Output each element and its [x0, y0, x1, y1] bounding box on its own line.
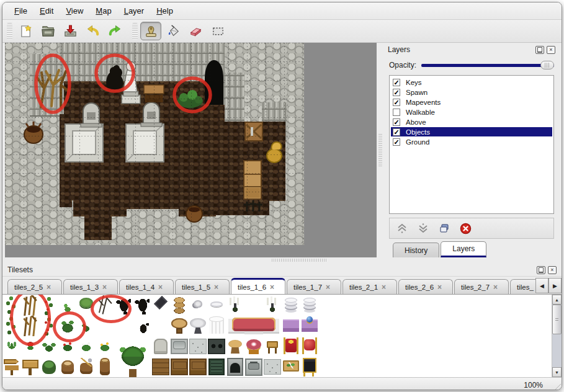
checkbox-checked-icon[interactable]: ✓ — [393, 118, 400, 126]
tile-purple-table-orb[interactable] — [300, 316, 319, 336]
tile-moss[interactable] — [77, 295, 96, 316]
tile-locker-green[interactable] — [207, 357, 226, 377]
tile-vine-red[interactable] — [40, 295, 58, 316]
tile-plates[interactable] — [300, 295, 319, 316]
tile-thorn[interactable] — [96, 295, 114, 316]
tile-sink[interactable] — [170, 336, 189, 357]
layer-row-ground[interactable]: ✓Ground — [391, 137, 552, 146]
tile-sprout[interactable] — [58, 295, 77, 316]
tileset-tab-tiles_1_3[interactable]: tiles_1_3× — [63, 279, 118, 294]
horizontal-splitter[interactable] — [2, 257, 562, 264]
layer-row-spawn[interactable]: ✓Spawn — [391, 87, 552, 97]
menu-help[interactable]: Help — [151, 4, 179, 17]
menu-edit[interactable]: Edit — [34, 4, 59, 17]
tile-bush-red[interactable] — [58, 336, 77, 357]
tile-counter-speckle[interactable] — [263, 357, 282, 377]
tile-stove-top[interactable] — [207, 336, 226, 357]
tile-flowers-white[interactable] — [77, 336, 96, 357]
tile-shadow-big[interactable] — [133, 295, 151, 316]
tile-sink-metal[interactable] — [244, 357, 263, 377]
undo-button[interactable] — [82, 22, 103, 40]
tile-wood-table[interactable] — [170, 316, 189, 336]
menu-file[interactable]: File — [9, 4, 33, 17]
tile-counter-speckle[interactable] — [189, 336, 207, 357]
tile-gray-table[interactable] — [189, 316, 207, 336]
tile-purple-table[interactable] — [282, 316, 300, 336]
tile-vine[interactable] — [2, 295, 21, 316]
tile-empty[interactable] — [319, 336, 338, 357]
tileset-tab-tiles_2_7[interactable]: tiles_2_7× — [454, 279, 509, 294]
select-tool-button[interactable] — [207, 22, 228, 40]
duplicate-layer-button[interactable] — [438, 222, 450, 234]
lower-layer-button[interactable] — [417, 222, 429, 234]
layer-row-keys[interactable]: ✓Keys — [391, 78, 552, 87]
close-tab-icon[interactable]: × — [382, 283, 386, 292]
tile-empty[interactable] — [151, 316, 170, 336]
tile-empty[interactable] — [114, 316, 133, 336]
checkbox-unchecked-icon[interactable] — [393, 109, 400, 116]
tile-stool[interactable] — [226, 336, 244, 357]
tileset-tab-tiles_1_7[interactable]: tiles_1_7× — [287, 279, 341, 294]
tile-stump[interactable] — [58, 357, 77, 377]
map-canvas[interactable] — [5, 43, 377, 257]
tile-banquet-right[interactable] — [263, 316, 282, 336]
fill-tool-button[interactable] — [163, 22, 184, 40]
close-tab-icon[interactable]: × — [47, 283, 51, 292]
tile-plates[interactable] — [282, 295, 300, 316]
eraser-tool-button[interactable] — [185, 22, 206, 40]
tile-stump-moss[interactable] — [40, 357, 58, 377]
tileset-tab-tiles_2_1[interactable]: tiles_2_1× — [342, 279, 397, 294]
close-tab-icon[interactable]: × — [158, 283, 163, 292]
tile-slab[interactable] — [151, 336, 170, 357]
layer-row-above[interactable]: ✓Above — [391, 117, 552, 127]
scrollbar-thumb[interactable] — [552, 305, 562, 334]
tile-cut-board[interactable] — [282, 357, 300, 377]
menu-map[interactable]: Map — [90, 4, 117, 17]
tile-shadow-big[interactable] — [114, 295, 133, 316]
close-tab-icon[interactable]: × — [437, 283, 442, 292]
close-tab-icon[interactable]: × — [102, 283, 107, 292]
tile-banquet-left[interactable] — [226, 316, 244, 336]
opacity-slider[interactable] — [421, 60, 554, 70]
panel-tab-history[interactable]: History — [393, 243, 439, 257]
tile-branches[interactable] — [21, 316, 40, 336]
tile-tree-bl[interactable] — [114, 357, 133, 377]
layer-row-mapevents[interactable]: ✓Mapevents — [391, 97, 552, 107]
tile-vine-red[interactable] — [40, 316, 58, 336]
tile-tree-tl[interactable] — [114, 336, 133, 357]
tile-planks[interactable] — [151, 357, 170, 377]
close-tab-icon[interactable]: × — [493, 283, 498, 292]
tile-fern[interactable] — [40, 336, 58, 357]
close-tab-icon[interactable]: × — [326, 283, 330, 292]
tile-empty[interactable] — [319, 357, 338, 377]
raise-layer-button[interactable] — [396, 222, 408, 234]
panel-tab-layers[interactable]: Layers — [441, 241, 486, 257]
tile-empty[interactable] — [319, 316, 338, 336]
save-file-button[interactable] — [60, 22, 81, 40]
stamp-tool-button[interactable] — [140, 22, 161, 40]
tile-empty[interactable] — [319, 295, 338, 316]
tile-shadow-small[interactable] — [133, 316, 151, 336]
float-panel-icon[interactable] — [535, 46, 544, 54]
tileset-view[interactable]: ▲ ▼ — [2, 295, 562, 377]
new-file-button[interactable] — [15, 22, 36, 40]
tile-plant-star[interactable] — [2, 336, 21, 357]
checkbox-checked-icon[interactable]: ✓ — [393, 79, 400, 86]
tile-cake[interactable] — [244, 336, 263, 357]
tile-red-chair[interactable] — [300, 336, 319, 357]
close-panel-icon[interactable]: × — [547, 46, 555, 54]
delete-layer-button[interactable] — [459, 222, 472, 234]
tile-empty[interactable] — [244, 295, 263, 316]
checkbox-checked-icon[interactable]: ✓ — [393, 89, 400, 96]
tile-flowers-yellow[interactable] — [96, 336, 114, 357]
opacity-slider-handle[interactable] — [540, 61, 554, 69]
toolbar-grip[interactable] — [132, 23, 138, 39]
menu-view[interactable]: View — [60, 4, 89, 17]
tileset-scrollbar[interactable]: ▲ ▼ — [552, 295, 562, 377]
tileset-tab-tiles_2_6[interactable]: tiles_2_6× — [398, 279, 453, 294]
tile-candle[interactable] — [263, 295, 282, 316]
layer-row-objects[interactable]: ✓Objects — [391, 127, 552, 136]
vertical-splitter[interactable] — [377, 43, 384, 257]
float-tilesets-icon[interactable] — [537, 266, 545, 274]
tile-wood-stack[interactable] — [170, 295, 189, 316]
